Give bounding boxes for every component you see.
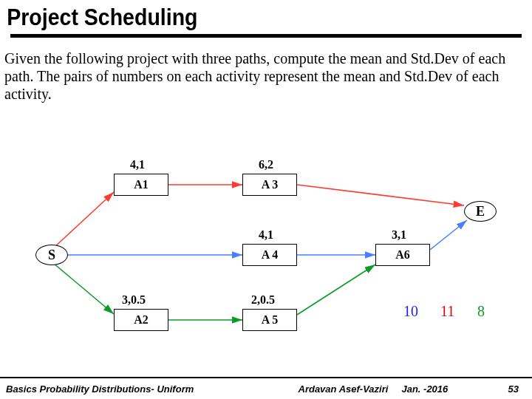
answer-path-green: 8 [477, 303, 485, 320]
footer-author: Ardavan Asef-Vaziri [299, 383, 389, 395]
label-A3: 6,2 [259, 158, 273, 171]
svg-line-8 [297, 265, 375, 315]
footer-center: Ardavan Asef-Vaziri Jan. -2016 [194, 383, 508, 395]
node-E: E [464, 201, 497, 222]
label-A1: 4,1 [130, 158, 145, 171]
label-A2: 3,0.5 [122, 293, 146, 307]
answer-path-blue: 10 [403, 303, 418, 320]
problem-statement: Given the following project with three p… [0, 38, 532, 103]
network-diagram: S A1 A 3 A 4 A6 A2 A 5 E 4,1 6,2 4,1 3,1… [0, 140, 532, 362]
footer-date: Jan. -2016 [401, 383, 448, 395]
footer-topic: Basics Probability Distributions- Unifor… [0, 383, 194, 395]
footer-page: 53 [508, 383, 532, 395]
node-A4: A 4 [242, 244, 297, 266]
svg-line-4 [297, 185, 464, 205]
label-A4: 4,1 [259, 228, 273, 242]
node-A3: A 3 [242, 174, 297, 196]
svg-line-6 [430, 220, 467, 250]
footer: Basics Probability Distributions- Unifor… [0, 377, 532, 399]
svg-line-0 [53, 192, 114, 248]
node-A2: A2 [114, 309, 168, 331]
node-S: S [35, 245, 68, 265]
svg-line-2 [53, 263, 114, 314]
label-A6: 3,1 [392, 228, 406, 242]
node-A5: A 5 [242, 309, 297, 331]
node-A1: A1 [114, 174, 168, 196]
label-A5: 2,0.5 [251, 293, 275, 307]
node-A6: A6 [375, 244, 430, 266]
page-title: Project Scheduling [0, 0, 489, 33]
answer-path-red: 11 [440, 303, 454, 320]
